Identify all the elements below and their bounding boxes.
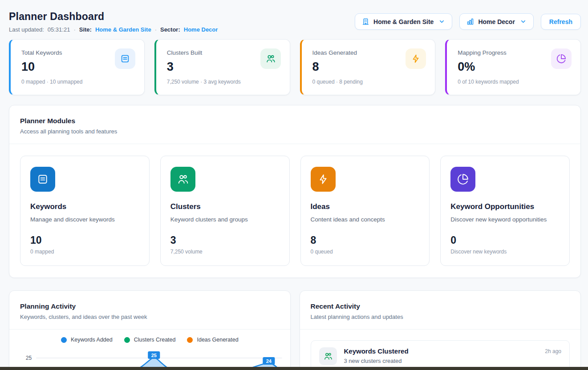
module-card-clusters[interactable]: Clusters Keyword clusters and groups 3 7… [160,156,290,266]
separator: · [73,26,75,33]
module-value: 8 [311,234,420,246]
planning-activity-card: Planning Activity Keywords, clusters, an… [9,290,291,370]
building-icon [362,18,369,25]
legend-item-ideas-generated[interactable]: Ideas Generated [187,337,238,343]
legend-dot [124,337,130,343]
stat-card-mapping-progress: Mapping Progress 0% 0 of 10 keywords map… [445,39,581,95]
module-title: Clusters [170,202,280,211]
svg-text:25: 25 [151,353,157,358]
svg-text:24: 24 [266,358,272,364]
refresh-label: Refresh [549,18,572,25]
legend-label: Clusters Created [134,337,176,343]
recent-activity-list: Keywords Clustered 3 new clusters create… [300,330,581,370]
site-selector-button[interactable]: Home & Garden Site [355,13,452,30]
separator: · [155,26,157,33]
section-subtitle: Keywords, clusters, and ideas over the p… [20,314,280,320]
module-title: Keywords [30,202,139,211]
planner-modules-section: Planner Modules Access all planning tool… [9,105,581,278]
legend-dot [187,337,193,343]
legend-item-clusters-created[interactable]: Clusters Created [124,337,176,343]
module-card-keyword-opportunities[interactable]: Keyword Opportunities Discover new keywo… [440,156,570,266]
y-axis-tick-25: 25 [26,355,32,361]
section-title: Recent Activity [311,302,570,310]
section-title: Planner Modules [20,117,570,125]
point-label-25: 25 [148,351,160,359]
bar-chart-icon [466,18,474,25]
module-description: Keyword clusters and groups [170,216,280,223]
users-icon [260,48,281,69]
sector-selector-label: Home Decor [478,18,515,25]
legend-dot [61,337,67,343]
activity-item-description: 3 new clusters created [344,358,538,364]
stat-card-total-keywords: Total Keywords 10 0 mapped · 10 unmapped [9,39,145,95]
section-title: Planning Activity [20,302,280,310]
section-subtitle: Latest planning actions and updates [311,314,570,320]
zap-icon [311,167,336,192]
module-value: 0 [450,234,560,246]
point-label-24: 24 [263,357,275,365]
module-description: Discover new keyword opportunities [450,216,560,223]
bottom-window-edge [0,367,588,370]
legend-item-keywords-added[interactable]: Keywords Added [61,337,113,343]
users-icon [170,167,195,192]
header-left: Planner Dashboard Last updated: 05:31:21… [9,11,218,33]
bottom-row: Planning Activity Keywords, clusters, an… [9,290,581,370]
recent-activity-card: Recent Activity Latest planning actions … [300,290,581,370]
refresh-button[interactable]: Refresh [541,14,581,30]
activity-item-time: 2h ago [545,348,561,354]
site-label: Site: [79,26,92,33]
zap-icon [406,48,426,69]
planner-modules-header: Planner Modules Access all planning tool… [9,105,580,144]
document-icon [115,48,135,69]
module-description: Content ideas and concepts [311,216,420,223]
chart-legend: Keywords Added Clusters Created Ideas Ge… [9,337,290,343]
modules-grid: Keywords Manage and discover keywords 10… [9,144,580,278]
stat-cards-row: Total Keywords 10 0 mapped · 10 unmapped… [9,39,581,95]
activity-item-title: Keywords Clustered [344,347,538,355]
activity-item-text: Keywords Clustered 3 new clusters create… [344,347,538,364]
module-caption: Discover new keywords [450,249,560,255]
module-value: 3 [170,234,280,246]
module-caption: 0 mapped [30,249,139,255]
stat-caption: 0 mapped · 10 unmapped [21,79,135,85]
sector-selector-button[interactable]: Home Decor [459,13,533,30]
sector-link[interactable]: Home Decor [184,26,218,33]
sector-label: Sector: [160,26,180,33]
module-caption: 0 queued [311,249,420,255]
meta-row: Last updated: 05:31:21 · Site: Home & Ga… [9,26,218,33]
page-header: Planner Dashboard Last updated: 05:31:21… [9,11,581,33]
chevron-down-icon [438,18,445,25]
module-card-keywords[interactable]: Keywords Manage and discover keywords 10… [20,156,150,266]
pie-chart-icon [551,48,572,69]
stat-caption: 0 queued · 8 pending [312,79,426,85]
module-card-ideas[interactable]: Ideas Content ideas and concepts 8 0 que… [300,156,430,266]
module-title: Ideas [311,202,420,211]
stat-card-ideas-generated: Ideas Generated 8 0 queued · 8 pending [300,39,436,95]
last-updated-label: Last updated: [9,26,44,33]
document-icon [30,167,55,192]
module-caption: 7,250 volume [170,249,280,255]
last-updated-value: 05:31:21 [48,26,70,33]
section-subtitle: Access all planning tools and features [20,128,570,135]
stat-card-clusters-built: Clusters Built 3 7,250 volume · 3 avg ke… [154,39,290,95]
recent-activity-header: Recent Activity Latest planning actions … [300,291,581,330]
page-title: Planner Dashboard [9,11,218,23]
module-title: Keyword Opportunities [450,202,560,211]
site-selector-label: Home & Garden Site [373,18,434,25]
stat-caption: 7,250 volume · 3 avg keywords [167,79,281,85]
site-link[interactable]: Home & Garden Site [95,26,151,33]
chevron-down-icon [520,18,527,25]
header-actions: Home & Garden Site Home Decor Refresh [355,13,581,30]
planner-dashboard-page: Planner Dashboard Last updated: 05:31:21… [0,0,588,370]
module-value: 10 [30,234,139,246]
legend-label: Ideas Generated [197,337,238,343]
pie-chart-icon [450,167,475,192]
planning-activity-header: Planning Activity Keywords, clusters, an… [9,291,290,330]
module-description: Manage and discover keywords [30,216,139,223]
activity-item-keywords-clustered: Keywords Clustered 3 new clusters create… [311,340,570,370]
legend-label: Keywords Added [71,337,113,343]
users-icon [319,347,337,365]
stat-caption: 0 of 10 keywords mapped [458,79,572,85]
